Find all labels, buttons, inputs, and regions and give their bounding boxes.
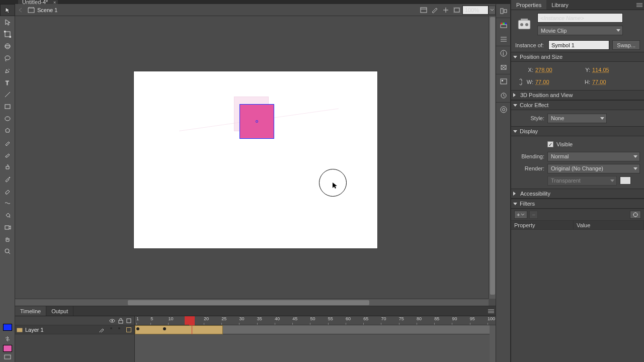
blending-dropdown[interactable]: Normal [547, 152, 640, 161]
scene-label[interactable]: Scene 1 [37, 7, 57, 13]
layer-track[interactable] [135, 325, 496, 334]
frames-vscrollbar[interactable] [490, 325, 496, 362]
visibility-header-icon[interactable] [109, 318, 115, 323]
tween-span[interactable] [135, 325, 223, 334]
tool-free-transform[interactable] [0, 28, 15, 40]
add-filter-button[interactable]: + [514, 211, 527, 219]
zoom-field[interactable]: 100% [462, 6, 489, 15]
history-panel-icon[interactable] [496, 88, 511, 103]
stage-hscrollbar[interactable] [15, 299, 489, 306]
col-property[interactable]: Property [511, 221, 574, 230]
instance-of-field[interactable]: Symbol 1 [548, 40, 609, 50]
twirl-down-icon [513, 203, 517, 205]
section-display[interactable]: Display [511, 126, 644, 136]
tool-line[interactable] [0, 88, 15, 101]
tab-library[interactable]: Library [546, 0, 574, 10]
tool-pen[interactable] [0, 64, 15, 76]
tool-rectangle[interactable] [0, 101, 15, 113]
color-panel-icon[interactable] [496, 18, 511, 32]
scene-icon [27, 7, 35, 14]
render-dropdown[interactable]: Original (No Change) [547, 164, 640, 173]
tool-polystar[interactable] [0, 125, 15, 137]
tool-selection[interactable] [0, 4, 15, 16]
swap-button[interactable]: Swap... [612, 40, 640, 50]
clip-stage-icon[interactable] [418, 5, 429, 16]
layer-row[interactable]: Layer 1 [15, 325, 134, 334]
section-3d-position[interactable]: 3D Position and View [511, 90, 644, 100]
tool-text[interactable]: T [0, 76, 15, 88]
y-value[interactable]: 114.05 [592, 67, 609, 73]
symbol-type-dropdown[interactable]: Movie Clip [537, 26, 623, 35]
section-filters[interactable]: Filters [511, 199, 644, 209]
layer-edit-icon[interactable] [99, 327, 107, 332]
info-panel-icon[interactable]: i [496, 46, 511, 60]
keyframe-icon[interactable] [136, 327, 139, 330]
tool-subselection[interactable] [0, 16, 15, 28]
document-tab[interactable]: Untitled-4* × [18, 0, 58, 4]
tool-eyedropper[interactable] [0, 173, 15, 185]
transform-panel-icon[interactable] [496, 60, 511, 74]
lock-header-icon[interactable] [118, 318, 123, 324]
section-accessibility[interactable]: Accessibility [511, 189, 644, 199]
x-value[interactable]: 278.00 [535, 67, 552, 73]
stroke-color-swatch[interactable] [3, 324, 12, 331]
w-value[interactable]: 77.00 [535, 79, 549, 85]
zoom-dropdown-icon[interactable] [489, 6, 496, 15]
h-value[interactable]: 77.00 [592, 79, 606, 85]
components-panel-icon[interactable] [496, 74, 511, 88]
bg-color-swatch[interactable] [620, 176, 631, 185]
tab-output[interactable]: Output [46, 306, 73, 316]
swatches-panel-icon[interactable] [496, 32, 511, 46]
cc-libraries-icon[interactable] [496, 103, 511, 117]
timeline-panel: Timeline Output Layer 1 151015202530 [15, 306, 496, 362]
tool-pencil[interactable] [0, 137, 15, 149]
tool-oval[interactable] [0, 113, 15, 125]
outline-header-icon[interactable] [126, 318, 131, 323]
frames-empty-area[interactable] [135, 334, 496, 362]
tool-paint-bucket[interactable] [0, 209, 15, 221]
back-icon[interactable] [15, 5, 26, 16]
stage-area[interactable] [15, 16, 496, 306]
keyframe-icon[interactable] [163, 327, 166, 330]
tool-options-icon[interactable] [0, 352, 15, 362]
layer-visible-toggle[interactable] [110, 327, 112, 329]
tool-eraser[interactable] [0, 185, 15, 197]
panel-menu-icon[interactable] [635, 0, 644, 10]
stage-vscrollbar[interactable] [489, 16, 496, 299]
filter-options-icon[interactable] [630, 211, 641, 219]
section-color-effect[interactable]: Color Effect [511, 100, 644, 110]
tool-hand[interactable] [0, 233, 15, 245]
panel-menu-icon[interactable] [487, 306, 496, 316]
center-stage-icon[interactable] [440, 5, 451, 16]
chevron-down-icon [633, 155, 637, 158]
tool-camera[interactable] [0, 221, 15, 233]
selected-symbol-instance[interactable] [239, 104, 274, 139]
tool-brush[interactable] [0, 149, 15, 161]
svg-rect-7 [5, 105, 10, 109]
stage-canvas[interactable] [134, 71, 377, 248]
edit-scene-icon[interactable] [429, 5, 440, 16]
instance-name-field[interactable]: <Instance Name> [537, 13, 623, 23]
layer-lock-toggle[interactable] [118, 327, 120, 329]
tool-width[interactable] [0, 197, 15, 209]
style-label: Style: [515, 115, 544, 121]
layer-outline-toggle[interactable] [126, 327, 131, 332]
swap-colors-icon[interactable] [0, 333, 15, 345]
tool-3d-rotation[interactable] [0, 40, 15, 52]
playhead-marker[interactable] [185, 316, 189, 325]
layer-name[interactable]: Layer 1 [24, 327, 99, 333]
svg-text:i: i [503, 50, 504, 56]
align-panel-icon[interactable] [496, 4, 511, 18]
tab-properties[interactable]: Properties [511, 0, 546, 10]
tab-timeline[interactable]: Timeline [15, 306, 46, 316]
link-wh-icon[interactable] [515, 78, 526, 86]
color-style-dropdown[interactable]: None [547, 114, 607, 123]
visible-checkbox[interactable]: ✓ [547, 141, 553, 147]
tool-ink-bottle[interactable] [0, 161, 15, 173]
col-value[interactable]: Value [574, 221, 644, 230]
clip-content-icon[interactable] [451, 5, 462, 16]
section-position-size[interactable]: Position and Size [511, 52, 644, 62]
tool-zoom[interactable] [0, 245, 15, 257]
tool-lasso[interactable] [0, 52, 15, 64]
fill-color-swatch[interactable] [3, 345, 12, 352]
